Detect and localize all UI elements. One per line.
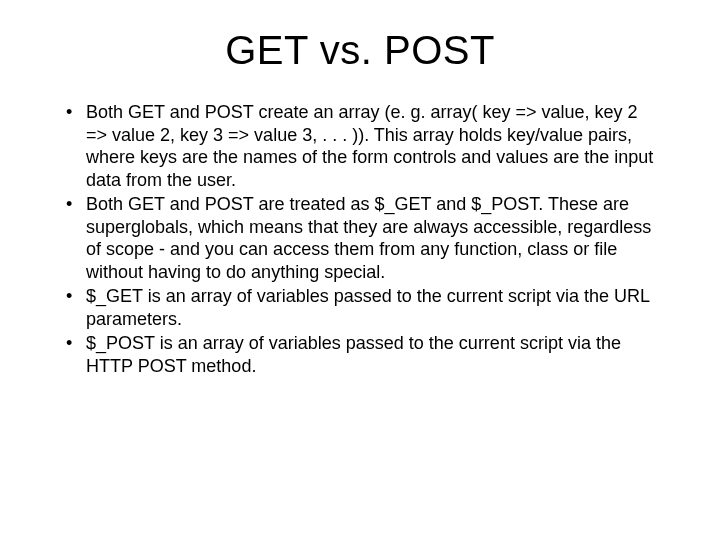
list-item: $_POST is an array of variables passed t…	[60, 332, 660, 377]
bullet-list: Both GET and POST create an array (e. g.…	[60, 101, 660, 377]
slide-title: GET vs. POST	[60, 28, 660, 73]
list-item: Both GET and POST are treated as $_GET a…	[60, 193, 660, 283]
list-item: $_GET is an array of variables passed to…	[60, 285, 660, 330]
list-item: Both GET and POST create an array (e. g.…	[60, 101, 660, 191]
slide: GET vs. POST Both GET and POST create an…	[0, 0, 720, 540]
